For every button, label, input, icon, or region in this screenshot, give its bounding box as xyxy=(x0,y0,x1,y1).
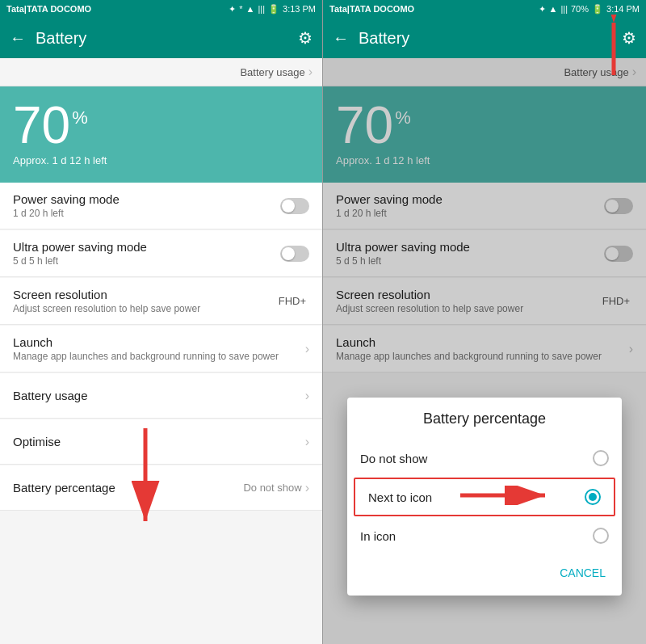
left-carrier: Tata|TATA DOCOMO xyxy=(6,4,91,14)
right-status-bar: Tata|TATA DOCOMO ✦ ▲ ||| 70% 🔋 3:14 PM xyxy=(323,0,646,18)
left-panel: Tata|TATA DOCOMO ✦ * ▲ ||| 🔋 3:13 PM ← B… xyxy=(0,0,323,644)
dialog-next-to-icon-radio[interactable] xyxy=(585,489,601,505)
dialog-do-not-show-radio[interactable] xyxy=(593,450,609,466)
dialog-overlay: Battery percentage Do not show Next to i… xyxy=(323,58,646,644)
left-battery-time: Approx. 1 d 12 h left xyxy=(13,154,309,166)
left-launch[interactable]: Launch Manage app launches and backgroun… xyxy=(0,326,322,373)
right-app-title: Battery xyxy=(359,29,612,48)
right-back-button[interactable]: ← xyxy=(333,29,349,48)
left-settings-icon[interactable]: ⚙ xyxy=(298,28,313,48)
left-optimise-chevron: › xyxy=(305,435,309,449)
left-optimise[interactable]: Optimise › xyxy=(0,419,322,465)
left-battery-usage-item[interactable]: Battery usage › xyxy=(0,373,322,419)
left-battery-percent-sign: % xyxy=(72,107,88,128)
dialog-cancel-button[interactable]: CANCEL xyxy=(556,560,609,586)
left-app-bar: ← Battery ⚙ xyxy=(0,18,322,58)
left-power-saving-toggle[interactable] xyxy=(280,198,309,214)
right-status-icons: ✦ ▲ ||| 70% 🔋 3:14 PM xyxy=(539,4,640,15)
left-ultra-power-toggle[interactable] xyxy=(280,246,309,262)
dialog-do-not-show-label: Do not show xyxy=(360,452,583,465)
dialog-actions: CANCEL xyxy=(347,554,622,596)
dialog-option-in-icon[interactable]: In icon xyxy=(347,518,622,554)
right-settings-icon[interactable]: ⚙ xyxy=(622,28,636,48)
dialog-option-next-to-icon[interactable]: Next to icon xyxy=(354,478,615,516)
left-battery-percentage-value: Do not show xyxy=(243,482,301,494)
left-battery-section: 70 % Approx. 1 d 12 h left xyxy=(0,86,322,183)
left-app-title: Battery xyxy=(36,29,288,48)
dialog-in-icon-label: In icon xyxy=(360,529,583,543)
left-battery-percentage[interactable]: Battery percentage Do not show › xyxy=(0,465,322,511)
right-panel: Tata|TATA DOCOMO ✦ ▲ ||| 70% 🔋 3:14 PM ←… xyxy=(323,0,646,644)
dialog-title: Battery percentage xyxy=(347,410,622,440)
left-battery-usage-link[interactable]: Battery usage › xyxy=(0,58,322,86)
left-status-icons: ✦ * ▲ ||| 🔋 3:13 PM xyxy=(229,4,316,15)
left-back-button[interactable]: ← xyxy=(10,29,26,48)
right-app-bar: ← Battery ⚙ xyxy=(323,18,646,58)
battery-percentage-dialog: Battery percentage Do not show Next to i… xyxy=(347,398,622,596)
left-screen-resolution[interactable]: Screen resolution Adjust screen resoluti… xyxy=(0,278,322,325)
left-battery-display: 70 % xyxy=(13,99,309,151)
dialog-in-icon-radio[interactable] xyxy=(593,528,609,544)
left-power-saving[interactable]: Power saving mode 1 d 20 h left xyxy=(0,183,322,229)
dialog-option-do-not-show[interactable]: Do not show xyxy=(347,440,622,476)
left-launch-chevron: › xyxy=(305,342,309,356)
left-status-bar: Tata|TATA DOCOMO ✦ * ▲ ||| 🔋 3:13 PM xyxy=(0,0,322,18)
left-resolution-value: FHD+ xyxy=(279,295,306,307)
right-carrier: Tata|TATA DOCOMO xyxy=(329,4,414,14)
dialog-next-to-icon-label: Next to icon xyxy=(368,490,575,504)
left-ultra-power-saving[interactable]: Ultra power saving mode 5 d 5 h left xyxy=(0,230,322,277)
left-battery-usage-item-chevron: › xyxy=(305,389,309,403)
left-battery-number: 70 xyxy=(13,99,70,151)
left-battery-usage-chevron: › xyxy=(308,65,313,79)
left-settings-list: Power saving mode 1 d 20 h left Ultra po… xyxy=(0,183,322,644)
left-battery-percentage-chevron: › xyxy=(305,481,309,495)
